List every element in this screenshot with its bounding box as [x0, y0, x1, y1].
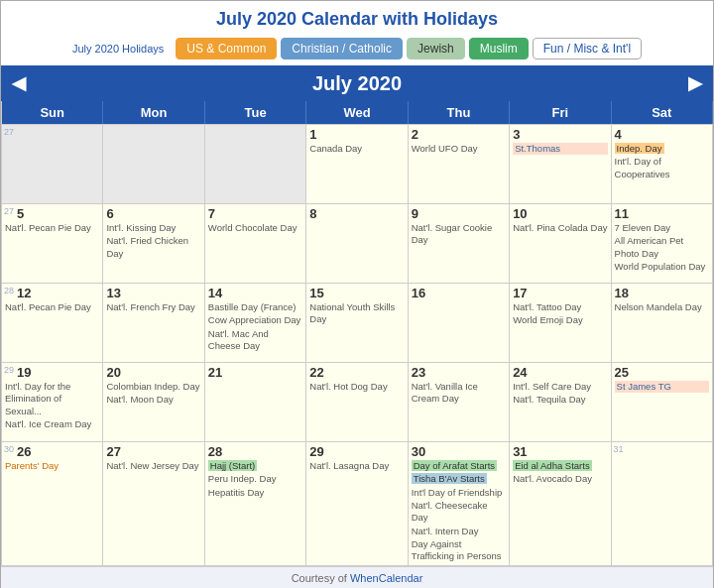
next-month-button[interactable]: ▶	[677, 65, 713, 101]
event-mac-cheese: Nat'l. Mac And Cheese Day	[208, 328, 302, 353]
table-row: 29 Nat'l. Lasagna Day	[306, 442, 408, 566]
header-thu: Thu	[409, 101, 510, 124]
event-tequila: Nat'l. Tequila Day	[513, 394, 607, 406]
holiday-bar-label: July 2020 Holidays	[72, 43, 164, 55]
table-row: 16	[409, 284, 510, 363]
table-row: 11 7 Eleven Day All American Pet Photo D…	[612, 204, 713, 284]
event-canada-day: Canada Day	[309, 143, 404, 155]
event-st-james: St James TG	[615, 381, 709, 393]
event-indep-day: Indep. Day	[615, 143, 709, 155]
date-label: 17	[513, 286, 607, 300]
date-label: 14	[208, 286, 302, 300]
event-kissing-day: Int'l. Kissing Day	[106, 222, 200, 234]
date-label: 24	[513, 365, 607, 380]
event-new-jersey: Nat'l. New Jersey Day	[106, 460, 200, 472]
table-row: 22 Nat'l. Hot Dog Day	[306, 363, 408, 442]
date-label: 11	[615, 206, 709, 221]
date-label: 26	[5, 444, 99, 459]
header-wed: Wed	[306, 101, 408, 124]
event-pecan-pie: Nat'l. Pecan Pie Day	[5, 222, 99, 234]
table-row: 27	[2, 125, 103, 204]
header-sat: Sat	[612, 101, 713, 124]
table-row: 10 Nat'l. Pina Colada Day	[510, 204, 611, 284]
date-label: 10	[513, 206, 607, 221]
date-label: 21	[208, 365, 302, 380]
event-pina-colada: Nat'l. Pina Colada Day	[513, 222, 607, 234]
event-eid-adha: Eid al Adha Starts	[513, 460, 607, 472]
date-label: 8	[309, 206, 404, 221]
event-self-care: Int'l. Self Care Day	[513, 381, 607, 393]
page-title: July 2020 Calendar with Holidays	[1, 1, 713, 34]
date-label: 2	[412, 127, 506, 142]
event-world-ufo: World UFO Day	[412, 143, 506, 155]
event-trafficking: Day Against Trafficking in Persons	[412, 538, 506, 563]
date-label: 5	[5, 206, 99, 221]
calendar-month-title: July 2020	[37, 72, 677, 95]
table-row: 27 Nat'l. New Jersey Day	[103, 442, 204, 566]
event-youth-skills: National Youth Skills Day	[309, 301, 404, 326]
tab-fun[interactable]: Fun / Misc & Int'l	[533, 38, 642, 59]
event-cow: Cow Appreciation Day	[208, 314, 302, 326]
event-peru-indep: Peru Indep. Day	[208, 473, 302, 485]
event-avocado: Nat'l. Avocado Day	[513, 473, 607, 485]
event-parents: Parents' Day	[5, 460, 99, 472]
event-bastille: Bastille Day (France)	[208, 301, 302, 313]
holiday-bar: July 2020 Holidays US & Common Christian…	[1, 34, 713, 65]
header-fri: Fri	[510, 101, 611, 124]
date-label: 19	[5, 365, 99, 380]
table-row: 23 Nat'l. Vanilla Ice Cream Day	[409, 363, 510, 442]
date-label: 16	[412, 286, 506, 300]
table-row: 20 Colombian Indep. Day Nat'l. Moon Day	[103, 363, 204, 442]
table-row: 15 National Youth Skills Day	[306, 284, 408, 363]
table-row: 2 World UFO Day	[409, 125, 510, 204]
date-label: 23	[412, 365, 506, 380]
table-row: 29 19 Int'l. Day for the Elimination of …	[2, 363, 103, 442]
event-ice-cream: Nat'l. Ice Cream Day	[5, 418, 99, 430]
date-label: 12	[5, 286, 99, 300]
date-label: 22	[309, 365, 404, 380]
table-row: 28 Hajj (Start) Peru Indep. Day Hepatiti…	[205, 442, 306, 566]
table-row: 14 Bastille Day (France) Cow Appreciatio…	[205, 284, 306, 363]
table-row: 25 St James TG	[612, 363, 713, 442]
table-row: 30 Day of Arafat Starts Tisha B'Av Start…	[409, 442, 510, 566]
tab-muslim[interactable]: Muslim	[469, 38, 529, 59]
event-choc-day: World Chocolate Day	[208, 222, 302, 234]
table-row: 8	[306, 204, 408, 284]
header-sun: Sun	[2, 101, 103, 124]
table-row: 28 12 Nat'l. Pecan Pie Day	[2, 284, 103, 363]
date-label: 4	[615, 127, 709, 142]
prev-month-button[interactable]: ◀	[1, 65, 37, 101]
header-mon: Mon	[103, 101, 204, 124]
date-label: 20	[106, 365, 200, 380]
table-row: 7 World Chocolate Day	[205, 204, 306, 284]
date-label: 29	[309, 444, 404, 459]
tab-christian[interactable]: Christian / Catholic	[281, 38, 403, 59]
event-hajj: Hajj (Start)	[208, 460, 302, 472]
event-world-pop: World Population Day	[615, 261, 709, 273]
date-label: 15	[309, 286, 404, 300]
tab-jewish[interactable]: Jewish	[407, 38, 465, 59]
event-cheesecake: Nat'l. Cheesecake Day	[412, 500, 506, 525]
event-hepatitis: Hepatitis Day	[208, 487, 302, 499]
event-fried-chicken: Nat'l. Fried Chicken Day	[106, 235, 200, 260]
table-row: 31	[612, 442, 713, 566]
date-label: 13	[106, 286, 200, 300]
event-pecan-pie2: Nat'l. Pecan Pie Day	[5, 301, 99, 313]
date-label: 1	[309, 127, 404, 142]
event-intern: Nat'l. Intern Day	[412, 526, 506, 537]
event-elimination: Int'l. Day for the Elimination of Sexual…	[5, 381, 99, 417]
footer-link: WhenCalendar	[350, 572, 422, 584]
table-row: 24 Int'l. Self Care Day Nat'l. Tequila D…	[510, 363, 611, 442]
calendar-header: Sun Mon Tue Wed Thu Fri Sat	[1, 101, 713, 124]
event-intl-coop: Int'l. Day of Cooperatives	[615, 156, 709, 180]
table-row: 30 26 Parents' Day	[2, 442, 103, 566]
event-intl-friendship: Int'l Day of Friendship	[412, 487, 506, 499]
table-row: 18 Nelson Mandela Day	[612, 284, 713, 363]
event-sugar-cookie: Nat'l. Sugar Cookie Day	[412, 222, 506, 247]
date-label: 27	[106, 444, 200, 459]
date-label: 3	[513, 127, 607, 142]
date-label: 18	[615, 286, 709, 300]
event-tattoo: Nat'l. Tattoo Day	[513, 301, 607, 313]
table-row: 1 Canada Day	[306, 125, 408, 204]
tab-us[interactable]: US & Common	[176, 38, 277, 59]
